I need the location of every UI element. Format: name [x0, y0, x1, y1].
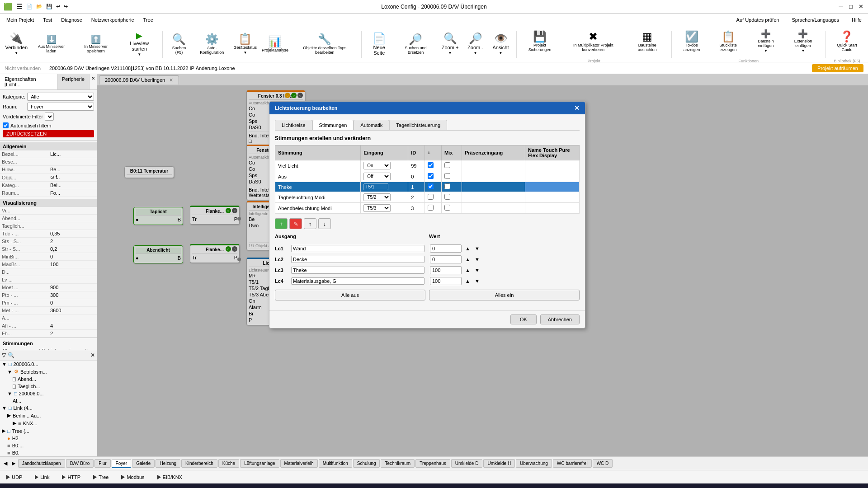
tree-item[interactable]: ● H2 — [0, 435, 97, 442]
mix-checkbox[interactable] — [444, 194, 450, 200]
open-icon[interactable]: 📂 — [36, 4, 42, 9]
eingang-select[interactable]: On — [363, 162, 391, 169]
quick-start-btn[interactable]: ❓ Quick Start Guide — [830, 25, 864, 58]
plus-checkbox[interactable] — [428, 194, 434, 200]
zoom-out-btn[interactable]: 🔎 Zoom - ▼ — [464, 28, 487, 61]
dialog-tab-lichtkreise[interactable]: Lichtkreise — [275, 120, 312, 130]
suchen-ersetzen-btn[interactable]: 🔎 Suchen und Ersetzen — [395, 28, 436, 61]
btab-davbuero[interactable]: DAV Büro — [66, 459, 94, 468]
btab-technik[interactable]: Technikraum — [381, 459, 415, 468]
btab-lueftung[interactable]: Lüftungsanlage — [240, 459, 279, 468]
prop-val[interactable] — [48, 158, 97, 166]
tree-item[interactable]: ⎕ Abend... — [0, 375, 97, 383]
cell-name[interactable] — [525, 171, 580, 182]
btab-material[interactable]: Materialverleih — [280, 459, 318, 468]
cell-eingang[interactable]: T5/2 — [361, 192, 408, 203]
filter-kat-select[interactable]: Alle — [27, 93, 94, 101]
eingang-select[interactable]: T5/2 — [363, 193, 391, 201]
cell-plus[interactable] — [425, 182, 441, 192]
prop-val[interactable]: 0 — [48, 253, 97, 261]
menu-test[interactable]: Test — [38, 15, 57, 24]
cancel-btn[interactable]: Abbrechen — [540, 314, 580, 324]
prop-val[interactable]: 100 — [48, 261, 97, 268]
cell-praesenz[interactable] — [462, 171, 525, 182]
dialog-tab-automatik[interactable]: Automatik — [354, 120, 389, 130]
lc1-output-input[interactable] — [291, 245, 425, 252]
alle-aus-btn[interactable]: Alle aus — [275, 290, 425, 300]
minimize-btn[interactable]: ─ — [837, 3, 844, 10]
alles-ein-btn[interactable]: Alles ein — [429, 290, 580, 300]
neue-seite-btn[interactable]: 📄 Neue Seite — [365, 28, 393, 61]
dialog-tab-stimmungen[interactable]: Stimmungen — [312, 120, 354, 130]
ok-btn[interactable]: OK — [510, 314, 537, 324]
liveview-btn[interactable]: ▶ Liveview starten ▼ — [120, 28, 159, 61]
btab-ueberwachung[interactable]: Überwachung — [516, 459, 552, 468]
taskbar-teams[interactable]: 💬 — [150, 484, 166, 488]
lc4-output-input[interactable] — [291, 277, 425, 285]
edit-btn[interactable]: ✎ — [289, 218, 302, 229]
undo-icon[interactable]: ↩ — [56, 4, 60, 9]
prop-val[interactable]: 2 — [48, 238, 97, 245]
eingang-input[interactable] — [363, 183, 388, 190]
ansicht-btn[interactable]: 👁️ Ansicht ▼ — [489, 28, 513, 61]
prop-val[interactable]: 0 — [48, 299, 97, 307]
multiplikator-btn[interactable]: ✖ In Multiplikator Projekt konvertieren — [561, 25, 626, 58]
filter-auto-checkbox[interactable] — [3, 122, 9, 128]
prop-val[interactable]: Bel... — [48, 182, 97, 189]
prop-val[interactable]: Fo... — [48, 189, 97, 197]
plus-checkbox[interactable] — [428, 205, 434, 211]
scroll-right-icon[interactable]: ▶ — [10, 460, 17, 466]
play-link-btn[interactable]: Link — [32, 474, 52, 481]
plus-checkbox[interactable] — [428, 162, 434, 168]
hamburger-icon[interactable]: ☰ — [16, 2, 23, 11]
lc3-output-input[interactable] — [291, 267, 425, 274]
cell-plus[interactable] — [425, 203, 441, 214]
btab-jandschutz[interactable]: Jandschutzklaopen — [18, 459, 65, 468]
play-eib-btn[interactable]: EIB/KNX — [155, 474, 185, 481]
search-tree-icon[interactable]: 🔍 — [8, 352, 14, 358]
filter-vordefined-select[interactable] — [45, 113, 54, 121]
scroll-left-icon[interactable]: ◀ — [2, 460, 9, 466]
reset-btn[interactable]: ZURÜCKSETZEN — [3, 130, 94, 137]
taskbar-browser[interactable]: 🌐 — [132, 484, 148, 488]
menu-netzwerkperipherie[interactable]: Netzwerkperipherie — [87, 15, 139, 24]
zoom-in-btn[interactable]: 🔍 Zoom + ▼ — [439, 28, 462, 61]
menu-hilfe[interactable]: Hilfe — [847, 15, 866, 24]
tree-item[interactable]: ▼ □ Link (4... — [0, 404, 97, 412]
btab-umkleide-d[interactable]: Umkleide D — [451, 459, 483, 468]
cell-mix[interactable] — [441, 160, 462, 171]
btab-multi[interactable]: Multifunktion — [319, 459, 352, 468]
btab-schulung[interactable]: Schulung — [353, 459, 380, 468]
mix-checkbox[interactable] — [444, 183, 450, 189]
cell-eingang[interactable]: On — [361, 160, 408, 171]
eingang-select[interactable]: Off — [363, 173, 391, 180]
todos-btn[interactable]: ☑️ To-dos anzeigen — [675, 25, 708, 58]
table-row-selected[interactable]: Theke 1 — [275, 182, 580, 192]
verbinden-btn[interactable]: 🔌 Verbinden ▼ — [4, 28, 29, 61]
cell-eingang[interactable]: Off — [361, 171, 408, 182]
auto-konfig-btn[interactable]: ⚙️ Auto-Konfiguration — [193, 28, 230, 61]
prop-val[interactable]: 0,35 — [48, 230, 97, 238]
stuckliste-btn[interactable]: 📋 Stückliste erzeugen — [709, 25, 747, 58]
tree-item[interactable]: Al... — [0, 397, 97, 404]
btab-wc-barriere[interactable]: WC barrierefrei — [553, 459, 592, 468]
mix-checkbox[interactable] — [444, 173, 450, 179]
lc2-value-input[interactable] — [430, 255, 462, 263]
prop-val[interactable]: ⊙ f.. — [48, 174, 97, 182]
cell-mix[interactable] — [441, 203, 462, 214]
prop-val[interactable]: 300 — [48, 291, 97, 299]
lc2-output-input[interactable] — [291, 256, 425, 263]
menu-updates[interactable]: Auf Updates prüfen — [732, 15, 784, 24]
filter-icon[interactable]: ▽ — [2, 352, 6, 358]
lc4-value-input[interactable] — [430, 277, 462, 285]
cell-eingang[interactable]: T5/3 — [361, 203, 408, 214]
cell-eingang[interactable] — [361, 182, 408, 192]
cell-mix[interactable] — [441, 171, 462, 182]
cell-praesenz[interactable] — [462, 160, 525, 171]
mix-checkbox[interactable] — [444, 205, 450, 211]
taskbar-loxone-app[interactable]: 🟩 — [186, 484, 203, 488]
cell-mix[interactable] — [441, 182, 462, 192]
lc2-spinner-up[interactable]: ▲ — [464, 257, 471, 262]
cell-name[interactable] — [525, 203, 580, 214]
play-http-btn[interactable]: HTTP — [59, 474, 83, 481]
